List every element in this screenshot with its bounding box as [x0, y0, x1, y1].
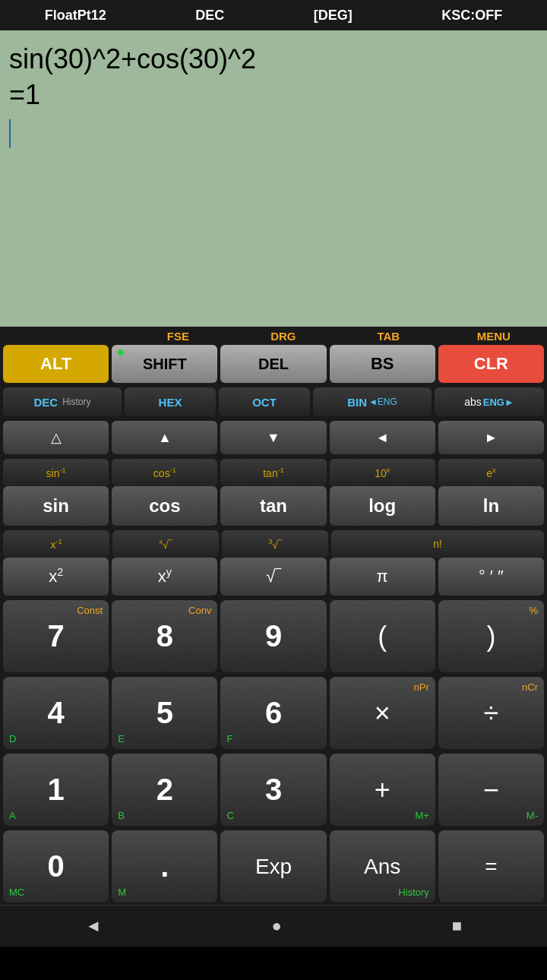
hex-mode-button[interactable]: HEX — [125, 387, 216, 416]
row-7: 4 D 5 E 6 F nPr × nCr ÷ — [0, 675, 547, 751]
x-inv-button[interactable]: x-1 — [3, 530, 109, 558]
oct-mode-button[interactable]: OCT — [219, 387, 310, 416]
calc-body: FSE DRG TAB MENU ALT SHIFT DEL BS CLR DE… — [0, 327, 547, 905]
fse-label2: FSE — [129, 330, 226, 343]
deg-label: [DEG] — [314, 8, 353, 24]
nav-bar: ◄ ● ■ — [0, 905, 547, 947]
nine-button[interactable]: 9 — [220, 600, 326, 672]
four-button[interactable]: 4 D — [3, 677, 109, 749]
drg-label: DRG — [235, 330, 332, 343]
pi-button[interactable]: π — [330, 558, 435, 596]
hex-label: HEX — [159, 396, 182, 409]
eng-right-label: ENG► — [483, 397, 514, 408]
times-button[interactable]: nPr × — [330, 677, 435, 749]
five-button[interactable]: 5 E — [112, 677, 217, 749]
down-filled-button[interactable]: ▼ — [220, 421, 326, 454]
abs-mode-button[interactable]: abs ENG► — [435, 387, 544, 416]
result-text: =1 — [9, 77, 538, 113]
cos-inv-button[interactable]: cos-1 — [112, 459, 217, 486]
row-4-upper: sin-1 cos-1 tan-1 10x ex — [0, 457, 547, 486]
cos-button[interactable]: cos — [112, 486, 217, 526]
ten-x-button[interactable]: 10x — [330, 459, 435, 486]
row-4: sin cos tan log ln — [0, 486, 547, 528]
minus-button[interactable]: − M- — [438, 754, 544, 826]
x2-button[interactable]: x2 — [3, 558, 109, 596]
nav-square-button[interactable]: ■ — [429, 909, 485, 944]
zero-button[interactable]: 0 MC — [3, 830, 109, 903]
oct-label: OCT — [252, 396, 277, 409]
x-root-button[interactable]: x√‾ — [112, 530, 219, 558]
six-button[interactable]: 6 F — [220, 677, 326, 749]
clr-button[interactable]: CLR — [438, 345, 544, 383]
dot-button[interactable]: . M — [112, 830, 217, 903]
row-5-upper: x-1 x√‾ 3√‾ n! — [0, 528, 547, 558]
shift-dot — [118, 349, 124, 356]
menu-label: MENU — [445, 330, 542, 343]
exp-button[interactable]: Exp — [220, 830, 326, 903]
bin-mode-button[interactable]: BIN ◄ENG — [313, 387, 432, 416]
bin-label: BIN — [347, 396, 367, 409]
ans-button[interactable]: Ans History — [330, 830, 435, 903]
func-row: FSE DRG TAB MENU — [0, 327, 547, 343]
dec-label: DEC — [195, 8, 224, 24]
cursor — [9, 119, 11, 148]
dec-mode-button[interactable]: DEC History — [3, 387, 122, 416]
row-6: Const 7 Conv 8 9 ( ) % — [0, 598, 547, 675]
expression-text: sin(30)^2+cos(30)^2 — [9, 42, 538, 77]
ln-button[interactable]: ln — [438, 486, 544, 526]
bs-button[interactable]: BS — [330, 345, 435, 383]
row-3: △ ▲ ▼ ◄ ► — [0, 419, 547, 457]
nav-back-button[interactable]: ◄ — [62, 909, 125, 944]
tan-button[interactable]: tan — [220, 486, 326, 526]
status-bar: FloatPt12 DEC [DEG] KSC:OFF — [0, 0, 547, 30]
seven-button[interactable]: Const 7 — [3, 600, 109, 672]
plus-button[interactable]: + M+ — [330, 754, 435, 826]
history-label: History — [62, 397, 90, 407]
close-paren-button[interactable]: ) % — [438, 600, 544, 672]
ksc-label: KSC:OFF — [441, 8, 502, 24]
div-button[interactable]: nCr ÷ — [438, 677, 544, 749]
row-1: ALT SHIFT DEL BS CLR — [0, 343, 547, 385]
deg-sym-button[interactable]: ° ′ ″ — [438, 558, 544, 596]
row-2: DEC History HEX OCT BIN ◄ENG abs ENG► — [0, 385, 547, 419]
e-x-button[interactable]: ex — [438, 459, 544, 486]
float-pt-label: FloatPt12 — [45, 8, 106, 24]
abs-label: abs — [464, 396, 482, 408]
tab-label: TAB — [340, 330, 437, 343]
sin-button[interactable]: sin — [3, 486, 109, 526]
tan-inv-button[interactable]: tan-1 — [220, 459, 326, 486]
eng-left-label: ◄ENG — [368, 397, 397, 407]
one-button[interactable]: 1 A — [3, 754, 109, 826]
alt-button[interactable]: ALT — [3, 345, 109, 383]
left-filled-button[interactable]: ◄ — [330, 421, 435, 454]
open-paren-button[interactable]: ( — [330, 600, 435, 672]
dec-mode-label: DEC — [33, 396, 58, 409]
factorial-button[interactable]: n! — [331, 530, 544, 558]
nav-home-button[interactable]: ● — [249, 909, 305, 944]
up-outline-button[interactable]: △ — [3, 421, 109, 454]
row-8: 1 A 2 B 3 C + M+ − M- — [0, 751, 547, 828]
sqrt-button[interactable]: √‾ — [220, 558, 326, 596]
display-area: sin(30)^2+cos(30)^2 =1 — [0, 30, 547, 327]
two-button[interactable]: 2 B — [112, 754, 217, 826]
equals-button[interactable]: = — [438, 830, 544, 903]
del-button[interactable]: DEL — [220, 345, 326, 383]
log-button[interactable]: log — [330, 486, 435, 526]
sin-inv-button[interactable]: sin-1 — [3, 459, 109, 486]
right-filled-button[interactable]: ► — [438, 421, 544, 454]
up-filled-button[interactable]: ▲ — [112, 421, 217, 454]
three-button[interactable]: 3 C — [220, 754, 326, 826]
shift-button[interactable]: SHIFT — [112, 345, 217, 383]
cube-root-button[interactable]: 3√‾ — [222, 530, 328, 558]
row-5: x2 xy √‾ π ° ′ ″ — [0, 558, 547, 598]
xy-button[interactable]: xy — [112, 558, 217, 596]
row-9: 0 MC . M Exp Ans History = — [0, 828, 547, 905]
eight-button[interactable]: Conv 8 — [112, 600, 217, 672]
fse-label — [5, 330, 122, 343]
